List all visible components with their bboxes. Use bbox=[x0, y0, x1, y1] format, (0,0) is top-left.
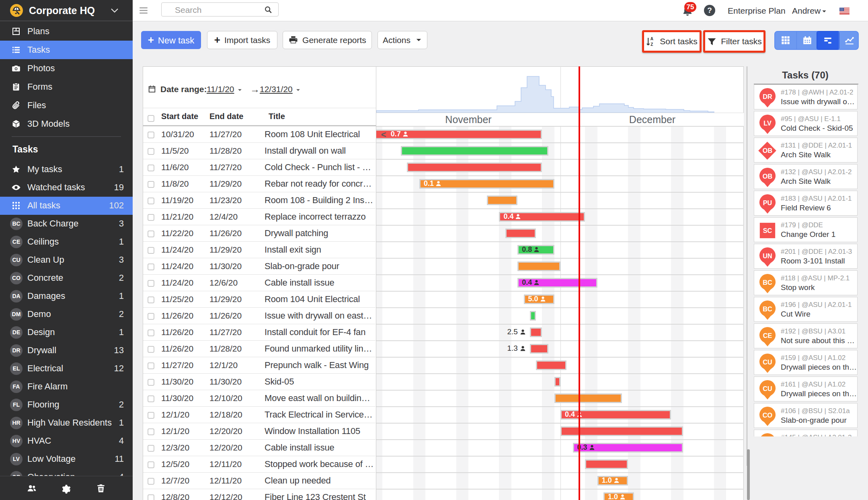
svg-text:OB: OB bbox=[763, 147, 773, 154]
svg-text:CE: CE bbox=[763, 332, 772, 339]
svg-text:CU: CU bbox=[763, 385, 772, 392]
svg-text:A: A bbox=[650, 37, 654, 41]
svg-text:UN: UN bbox=[763, 252, 772, 259]
svg-text:PU: PU bbox=[763, 199, 772, 206]
svg-text:LV: LV bbox=[763, 119, 772, 127]
svg-text:CU: CU bbox=[763, 358, 772, 366]
svg-text:SC: SC bbox=[763, 227, 772, 234]
svg-text:Z: Z bbox=[651, 42, 653, 47]
svg-text:OB: OB bbox=[763, 173, 773, 180]
svg-text:CO: CO bbox=[763, 412, 772, 419]
svg-text:DR: DR bbox=[763, 93, 772, 100]
svg-text:BC: BC bbox=[763, 279, 772, 286]
svg-text:BC: BC bbox=[763, 305, 772, 313]
